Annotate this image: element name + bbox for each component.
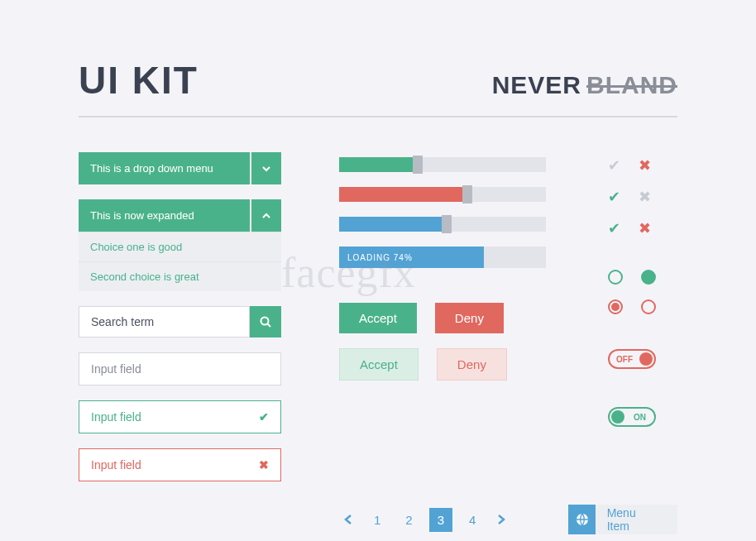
- cross-icon[interactable]: ✖: [639, 188, 651, 206]
- dropdown-open-header[interactable]: This is now expanded: [79, 199, 281, 232]
- radio-unselected[interactable]: [608, 270, 623, 285]
- check-icon[interactable]: ✔: [608, 156, 620, 175]
- input-valid[interactable]: Input field ✔: [79, 400, 281, 433]
- dropdown-open-label: This is now expanded: [79, 199, 250, 232]
- cross-icon: ✖: [259, 458, 269, 472]
- pager-next-icon[interactable]: [492, 510, 510, 529]
- pager-page[interactable]: 1: [366, 508, 389, 532]
- page-title: UI KIT: [79, 58, 199, 103]
- dropdown-option[interactable]: Second choice is great: [79, 261, 281, 291]
- svg-point-0: [261, 318, 269, 325]
- search-button[interactable]: [250, 306, 281, 338]
- dropdown-option[interactable]: Choice one is good: [79, 232, 281, 261]
- dropdown-closed-label: This is a drop down menu: [79, 152, 250, 184]
- check-icon[interactable]: ✔: [608, 188, 620, 206]
- radio-selected-red[interactable]: [608, 299, 623, 314]
- pager-page-active[interactable]: 3: [429, 508, 452, 532]
- check-icon[interactable]: ✔: [608, 219, 620, 237]
- slider-green[interactable]: [339, 157, 546, 172]
- radio-unselected-red[interactable]: [641, 299, 656, 314]
- dropdown-closed[interactable]: This is a drop down menu: [79, 152, 281, 184]
- svg-line-1: [268, 324, 271, 328]
- deny-button[interactable]: Deny: [435, 303, 504, 333]
- pager-prev-icon[interactable]: [339, 510, 357, 529]
- toggle-on[interactable]: ON: [608, 407, 656, 427]
- slider-handle[interactable]: [413, 156, 423, 174]
- chevron-down-icon[interactable]: [251, 152, 281, 184]
- globe-icon: [568, 505, 595, 534]
- input-error[interactable]: Input field ✖: [79, 448, 281, 481]
- progress-label: LOADING 74%: [347, 253, 413, 262]
- brand-word-a: NEVER: [492, 71, 581, 99]
- radio-selected[interactable]: [641, 270, 656, 285]
- input-error-text: Input field: [91, 458, 141, 472]
- toggle-off-label: OFF: [616, 355, 633, 364]
- progress-bar: LOADING 74%: [339, 247, 546, 268]
- input-plain[interactable]: Input field: [79, 352, 281, 385]
- slider-blue[interactable]: [339, 217, 546, 232]
- cross-icon[interactable]: ✖: [639, 219, 651, 237]
- toggle-knob: [639, 352, 653, 366]
- brand-word-b: BLAND: [586, 71, 677, 99]
- accept-button[interactable]: Accept: [339, 303, 417, 333]
- chevron-up-icon[interactable]: [251, 199, 281, 232]
- header: UI KIT NEVER BLAND: [79, 58, 677, 117]
- slider-red[interactable]: [339, 187, 546, 202]
- slider-handle[interactable]: [442, 215, 452, 233]
- search-input[interactable]: [79, 306, 250, 338]
- dropdown-expanded: This is now expanded Choice one is good …: [79, 199, 281, 291]
- toggle-knob: [611, 410, 624, 424]
- toggle-on-label: ON: [634, 413, 646, 422]
- check-icon: ✔: [259, 410, 269, 424]
- search-icon: [259, 315, 272, 328]
- pager-page[interactable]: 4: [461, 508, 484, 532]
- slider-handle[interactable]: [462, 185, 472, 203]
- pagination: 1 2 3 4: [339, 508, 510, 532]
- accept-button-ghost[interactable]: Accept: [339, 348, 419, 381]
- menu-item-chip[interactable]: Menu Item: [568, 505, 677, 534]
- input-valid-text: Input field: [91, 410, 141, 424]
- deny-button-ghost[interactable]: Deny: [437, 348, 507, 381]
- pager-page[interactable]: 2: [397, 508, 420, 532]
- menu-item-label: Menu Item: [596, 506, 677, 533]
- brand-logo: NEVER BLAND: [492, 71, 677, 99]
- cross-icon[interactable]: ✖: [639, 156, 651, 175]
- search-bar: [79, 306, 281, 338]
- toggle-off[interactable]: OFF: [608, 349, 656, 369]
